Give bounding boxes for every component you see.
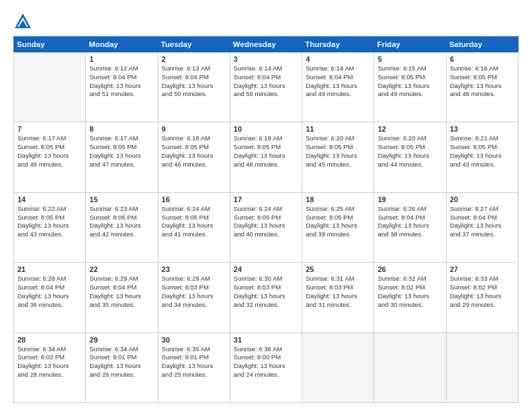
daylight-text: Daylight: 13 hours — [450, 292, 515, 301]
minutes-text: and 48 minutes. — [450, 90, 515, 99]
logo — [13, 12, 35, 31]
day-number: 18 — [306, 195, 370, 203]
sunset-text: Sunset: 8:04 PM — [162, 73, 226, 82]
sunset-text: Sunset: 8:05 PM — [378, 73, 442, 82]
minutes-text: and 25 minutes. — [162, 371, 226, 379]
sunset-text: Sunset: 8:05 PM — [89, 143, 154, 152]
minutes-text: and 47 minutes. — [89, 161, 154, 169]
sunset-text: Sunset: 8:04 PM — [89, 73, 154, 82]
week-row-3: 14Sunrise: 6:22 AMSunset: 8:05 PMDayligh… — [14, 192, 519, 262]
sunset-text: Sunset: 8:02 PM — [378, 283, 442, 292]
daylight-text: Daylight: 13 hours — [162, 82, 226, 91]
day-number: 31 — [234, 336, 298, 344]
minutes-text: and 48 minutes. — [17, 161, 82, 169]
calendar-cell: 26Sunrise: 6:32 AMSunset: 8:02 PMDayligh… — [374, 263, 446, 332]
minutes-text: and 39 minutes. — [306, 230, 370, 239]
sunset-text: Sunset: 8:04 PM — [306, 73, 370, 82]
minutes-text: and 49 minutes. — [306, 90, 370, 99]
sunrise-text: Sunrise: 6:25 AM — [306, 205, 370, 214]
minutes-text: and 24 minutes. — [234, 371, 298, 379]
minutes-text: and 40 minutes. — [234, 230, 298, 239]
sunset-text: Sunset: 8:04 PM — [450, 214, 515, 222]
minutes-text: and 31 minutes. — [306, 301, 370, 310]
day-number: 29 — [89, 336, 154, 344]
day-number: 22 — [89, 265, 154, 273]
sunset-text: Sunset: 8:03 PM — [234, 283, 298, 292]
daylight-text: Daylight: 13 hours — [89, 152, 154, 161]
sunset-text: Sunset: 8:04 PM — [17, 283, 82, 292]
daylight-text: Daylight: 13 hours — [89, 292, 154, 301]
day-number: 13 — [450, 125, 515, 133]
sunset-text: Sunset: 8:05 PM — [17, 143, 82, 152]
sunset-text: Sunset: 8:05 PM — [234, 214, 298, 222]
daylight-text: Daylight: 13 hours — [306, 222, 370, 230]
sunset-text: Sunset: 8:04 PM — [89, 283, 154, 292]
daylight-text: Daylight: 13 hours — [378, 292, 442, 301]
sunrise-text: Sunrise: 6:17 AM — [17, 134, 82, 143]
daylight-text: Daylight: 13 hours — [450, 152, 515, 161]
daylight-text: Daylight: 13 hours — [234, 82, 298, 91]
sunset-text: Sunset: 8:05 PM — [450, 73, 515, 82]
sunset-text: Sunset: 8:02 PM — [17, 353, 82, 362]
daylight-text: Daylight: 13 hours — [450, 82, 515, 91]
calendar-cell: 10Sunrise: 6:19 AMSunset: 8:05 PMDayligh… — [230, 122, 302, 192]
minutes-text: and 50 minutes. — [234, 90, 298, 99]
day-number: 20 — [450, 195, 515, 203]
calendar-cell: 9Sunrise: 6:18 AMSunset: 8:05 PMDaylight… — [158, 122, 230, 192]
daylight-text: Daylight: 13 hours — [162, 362, 226, 371]
calendar-cell: 7Sunrise: 6:17 AMSunset: 8:05 PMDaylight… — [14, 122, 86, 192]
header — [13, 12, 519, 31]
calendar-cell: 11Sunrise: 6:20 AMSunset: 8:05 PMDayligh… — [302, 122, 374, 192]
sunset-text: Sunset: 8:05 PM — [450, 143, 515, 152]
sunset-text: Sunset: 8:05 PM — [162, 214, 226, 222]
daylight-text: Daylight: 13 hours — [234, 292, 298, 301]
day-number: 7 — [17, 125, 82, 133]
sunset-text: Sunset: 8:02 PM — [450, 283, 515, 292]
weekday-header-row: SundayMondayTuesdayWednesdayThursdayFrid… — [14, 37, 519, 52]
daylight-text: Daylight: 13 hours — [162, 292, 226, 301]
sunrise-text: Sunrise: 6:24 AM — [234, 205, 298, 214]
daylight-text: Daylight: 13 hours — [89, 362, 154, 371]
minutes-text: and 36 minutes. — [17, 301, 82, 310]
weekday-header-saturday: Saturday — [446, 37, 518, 52]
weekday-header-monday: Monday — [86, 37, 158, 52]
calendar-cell — [302, 332, 374, 402]
calendar-cell: 28Sunrise: 6:34 AMSunset: 8:02 PMDayligh… — [14, 332, 86, 402]
sunrise-text: Sunrise: 6:27 AM — [450, 205, 515, 214]
day-number: 5 — [378, 55, 442, 63]
sunrise-text: Sunrise: 6:34 AM — [89, 345, 154, 354]
daylight-text: Daylight: 13 hours — [234, 222, 298, 230]
sunrise-text: Sunrise: 6:33 AM — [450, 275, 515, 283]
calendar-cell: 21Sunrise: 6:28 AMSunset: 8:04 PMDayligh… — [14, 263, 86, 332]
daylight-text: Daylight: 13 hours — [234, 152, 298, 161]
day-number: 10 — [234, 125, 298, 133]
day-number: 25 — [306, 265, 370, 273]
sunset-text: Sunset: 8:05 PM — [234, 143, 298, 152]
minutes-text: and 30 minutes. — [378, 301, 442, 310]
daylight-text: Daylight: 13 hours — [17, 362, 82, 371]
day-number: 9 — [162, 125, 226, 133]
sunrise-text: Sunrise: 6:14 AM — [234, 64, 298, 73]
day-number: 8 — [89, 125, 154, 133]
sunset-text: Sunset: 8:03 PM — [162, 283, 226, 292]
calendar-cell: 23Sunrise: 6:29 AMSunset: 8:03 PMDayligh… — [158, 263, 230, 332]
calendar-cell: 8Sunrise: 6:17 AMSunset: 8:05 PMDaylight… — [86, 122, 158, 192]
day-number: 24 — [234, 265, 298, 273]
sunrise-text: Sunrise: 6:15 AM — [378, 64, 442, 73]
week-row-4: 21Sunrise: 6:28 AMSunset: 8:04 PMDayligh… — [14, 263, 519, 332]
day-number: 11 — [306, 125, 370, 133]
weekday-header-wednesday: Wednesday — [230, 37, 302, 52]
minutes-text: and 45 minutes. — [306, 161, 370, 169]
sunrise-text: Sunrise: 6:13 AM — [162, 64, 226, 73]
page: SundayMondayTuesdayWednesdayThursdayFrid… — [0, 0, 532, 411]
calendar-cell: 6Sunrise: 6:16 AMSunset: 8:05 PMDaylight… — [446, 52, 518, 122]
day-number: 28 — [17, 336, 82, 344]
sunset-text: Sunset: 8:05 PM — [89, 214, 154, 222]
calendar-cell: 5Sunrise: 6:15 AMSunset: 8:05 PMDaylight… — [374, 52, 446, 122]
calendar-cell: 13Sunrise: 6:21 AMSunset: 8:05 PMDayligh… — [446, 122, 518, 192]
week-row-1: 1Sunrise: 6:12 AMSunset: 8:04 PMDaylight… — [14, 52, 519, 122]
minutes-text: and 43 minutes. — [450, 161, 515, 169]
minutes-text: and 50 minutes. — [162, 90, 226, 99]
sunset-text: Sunset: 8:05 PM — [162, 143, 226, 152]
day-number: 3 — [234, 55, 298, 63]
